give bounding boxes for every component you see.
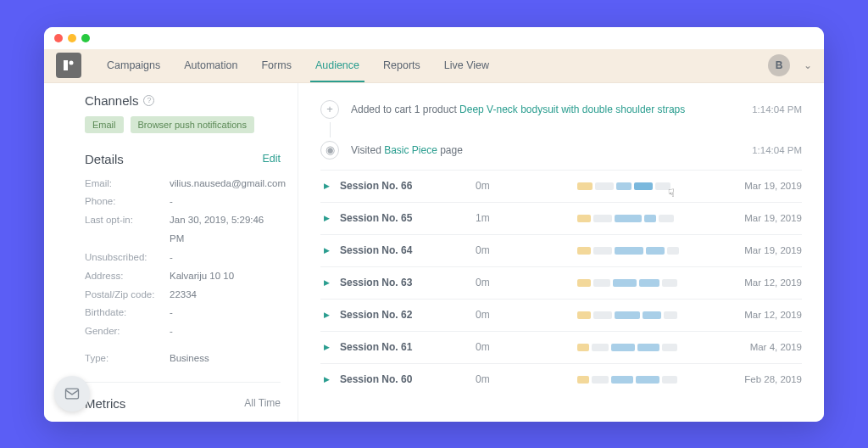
channels-heading: Channels ?	[85, 93, 281, 108]
metric-value: 1	[275, 419, 281, 422]
session-duration: 0m	[476, 180, 577, 192]
session-bar-segment	[595, 182, 614, 190]
plus-icon: +	[320, 100, 339, 119]
nav-item-campaigns[interactable]: Campaigns	[95, 48, 172, 82]
session-bar-segment	[664, 311, 677, 319]
expand-triangle-icon[interactable]: ▶	[324, 214, 330, 222]
detail-value: vilius.nauseda@gmail.com	[170, 175, 286, 193]
session-bar-segment	[577, 279, 591, 287]
details-list: Email:vilius.nauseda@gmail.comPhone:-Las…	[85, 175, 281, 342]
svg-rect-2	[66, 389, 79, 399]
session-row[interactable]: ▶Session No. 610mMar 4, 2019	[320, 331, 802, 363]
session-bars	[577, 247, 717, 255]
detail-row: Phone:-	[85, 193, 281, 211]
expand-triangle-icon[interactable]: ▶	[324, 375, 330, 384]
session-bar-segment	[644, 215, 656, 222]
session-name: Session No. 66	[340, 180, 476, 192]
channel-pills: EmailBrowser push notifications	[85, 116, 281, 133]
session-row[interactable]: ▶Session No. 620mMar 12, 2019	[320, 299, 802, 331]
session-bars	[577, 215, 717, 222]
expand-triangle-icon[interactable]: ▶	[324, 246, 330, 255]
expand-triangle-icon[interactable]: ▶	[324, 311, 330, 319]
help-icon[interactable]: ?	[143, 95, 154, 106]
session-duration: 0m	[476, 244, 577, 256]
detail-row: Address:Kalvariju 10 10	[85, 267, 281, 286]
details-title-text: Details	[85, 152, 124, 166]
expand-triangle-icon[interactable]: ▶	[324, 278, 330, 287]
activity-link[interactable]: Deep V-neck bodysuit with double shoulde…	[459, 104, 685, 115]
session-row[interactable]: ▶Session No. 640mMar 19, 2019	[320, 234, 802, 266]
session-name: Session No. 60	[340, 373, 476, 385]
session-name: Session No. 61	[340, 341, 476, 353]
details-header: Details Edit	[85, 152, 281, 166]
metric-row: Placed orders: 1	[85, 419, 281, 422]
detail-row: Email:vilius.nauseda@gmail.com	[85, 175, 281, 193]
window-titlebar	[44, 27, 824, 49]
detail-row: Gender:-	[85, 322, 281, 341]
detail-value: -	[170, 322, 173, 341]
session-duration: 0m	[476, 373, 577, 385]
user-avatar[interactable]: B	[768, 54, 790, 76]
session-bar-segment	[592, 376, 609, 384]
metrics-range-dropdown[interactable]: All Time	[244, 397, 281, 409]
activity-link[interactable]: Basic Piece	[384, 144, 437, 156]
expand-triangle-icon[interactable]: ▶	[324, 182, 330, 190]
session-bar-segment	[639, 279, 659, 287]
eye-icon: ◉	[320, 141, 339, 160]
window-close-icon[interactable]	[54, 34, 63, 42]
app-window: CampaignsAutomationFormsAudienceReportsL…	[44, 27, 824, 422]
nav-item-automation[interactable]: Automation	[172, 48, 249, 82]
detail-label: Gender:	[85, 322, 161, 341]
session-name: Session No. 63	[340, 277, 476, 288]
session-bar-segment	[593, 247, 612, 255]
metrics-title-text: Metrics	[85, 396, 125, 411]
window-minimize-icon[interactable]	[68, 34, 76, 42]
session-bar-segment	[577, 344, 589, 351]
detail-row: Last opt-in:Jan 30, 2019, 5:29:46 PM	[85, 211, 281, 249]
right-panel: +Added to cart 1 product Deep V-neck bod…	[298, 83, 824, 422]
nav-item-reports[interactable]: Reports	[371, 48, 432, 82]
detail-value: Jan 30, 2019, 5:29:46 PM	[170, 211, 281, 249]
svg-rect-0	[64, 60, 68, 70]
session-duration: 1m	[476, 212, 577, 224]
detail-row: Postal/Zip code:22334	[85, 286, 281, 305]
session-bar-segment	[611, 344, 635, 351]
detail-row: Unsubscribed:-	[85, 249, 281, 267]
nav-item-forms[interactable]: Forms	[249, 48, 303, 82]
nav-item-live-view[interactable]: Live View	[432, 48, 501, 82]
activity-feed: +Added to cart 1 product Deep V-neck bod…	[320, 97, 802, 163]
session-bars	[577, 311, 717, 319]
metrics-header: Metrics All Time	[85, 396, 281, 411]
window-maximize-icon[interactable]	[81, 34, 90, 42]
chevron-down-icon[interactable]: ⌄	[804, 59, 812, 71]
message-fab[interactable]	[54, 376, 90, 412]
activity-time: 1:14:04 PM	[752, 145, 802, 155]
session-bar-segment	[577, 311, 591, 319]
session-row[interactable]: ▶Session No. 630mMar 12, 2019	[320, 266, 802, 299]
channel-pill[interactable]: Email	[85, 116, 124, 133]
session-date: Mar 19, 2019	[717, 181, 802, 191]
expand-triangle-icon[interactable]: ▶	[324, 343, 330, 351]
nav-item-audience[interactable]: Audience	[303, 48, 371, 82]
cursor-icon: ☟	[668, 187, 675, 199]
edit-button[interactable]: Edit	[262, 153, 281, 165]
mail-icon	[64, 385, 81, 402]
session-bar-segment	[593, 311, 612, 319]
session-duration: 0m	[476, 309, 577, 321]
session-row[interactable]: ▶Session No. 660mMar 19, 2019	[320, 170, 802, 202]
session-date: Mar 19, 2019	[717, 245, 802, 255]
channel-pill[interactable]: Browser push notifications	[131, 116, 254, 133]
detail-value: Kalvariju 10 10	[170, 267, 234, 286]
session-bars	[577, 376, 717, 384]
detail-label: Unsubscribed:	[85, 249, 161, 267]
detail-label: Birthdate:	[85, 304, 161, 322]
session-bar-segment	[577, 182, 593, 190]
session-row[interactable]: ▶Session No. 600mFeb 28, 2019	[320, 363, 802, 395]
activity-time: 1:14:04 PM	[752, 104, 802, 115]
brand-logo-icon[interactable]	[56, 53, 81, 78]
session-row[interactable]: ▶Session No. 651mMar 19, 2019	[320, 202, 802, 234]
activity-row: +Added to cart 1 product Deep V-neck bod…	[320, 97, 802, 122]
left-panel: Channels ? EmailBrowser push notificatio…	[44, 83, 298, 422]
session-bar-segment	[659, 215, 674, 222]
session-bar-segment	[593, 279, 610, 287]
